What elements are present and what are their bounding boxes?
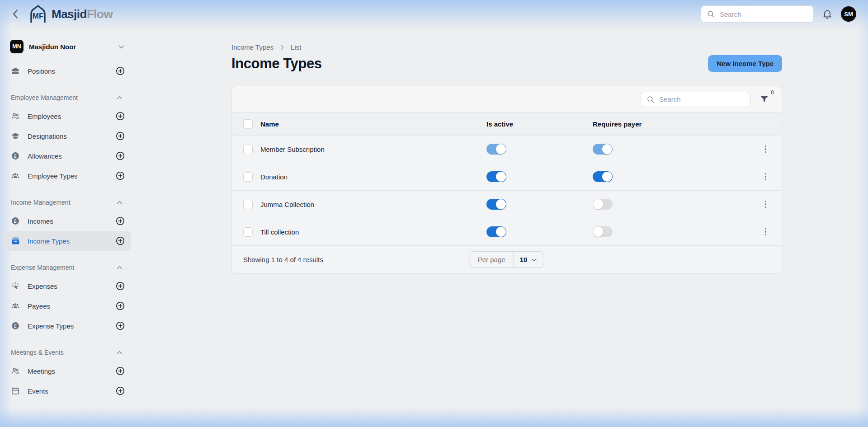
table-toolbar: 0 — [232, 86, 782, 113]
sidebar-item-positions[interactable]: Positions — [5, 61, 131, 81]
page-title: Income Types — [231, 56, 322, 72]
sidebar-item-incomes[interactable]: £ Incomes — [5, 211, 131, 231]
pound-circle-icon: £ — [11, 216, 21, 225]
sidebar-item-events[interactable]: Events — [5, 381, 131, 401]
notifications-bell-icon[interactable] — [822, 9, 833, 19]
plus-circle-icon[interactable] — [115, 366, 125, 376]
sidebar-section-header[interactable]: Meetings & Events — [5, 344, 131, 361]
sidebar-section-header[interactable]: Income Management — [5, 194, 131, 211]
is-active-toggle[interactable] — [486, 199, 506, 210]
global-search-input[interactable] — [720, 10, 808, 18]
table-row: Donation — [232, 163, 782, 190]
sidebar-item-payees[interactable]: Payees — [5, 296, 131, 316]
calendar-icon — [11, 386, 21, 395]
plus-circle-icon[interactable] — [115, 281, 125, 291]
row-checkbox[interactable] — [243, 172, 253, 182]
column-header-name[interactable]: Name — [260, 120, 486, 128]
requires-payer-toggle[interactable] — [593, 144, 613, 155]
app-header: MF MasjidFlow SM — [0, 0, 868, 28]
row-name: Donation — [260, 173, 486, 181]
table-footer: Showing 1 to 4 of 4 results Per page 10 — [232, 245, 782, 273]
sidebar-sections: Employee Management Employees Designatio… — [5, 89, 131, 401]
column-header-is-active[interactable]: Is active — [486, 120, 593, 128]
plus-circle-icon[interactable] — [115, 236, 125, 246]
row-name: Jumma Collection — [260, 201, 486, 208]
table-body: Member Subscription Donation Jumma Colle… — [232, 135, 782, 245]
income-types-table-card: 0 Name Is active Requires payer Member S… — [231, 86, 782, 274]
filter-button[interactable]: 0 — [759, 94, 770, 105]
is-active-toggle[interactable] — [486, 226, 506, 237]
sidebar-section-header[interactable]: Employee Management — [5, 89, 131, 106]
results-summary: Showing 1 to 4 of 4 results — [243, 256, 323, 263]
row-checkbox[interactable] — [243, 200, 253, 209]
sidebar-item-designations[interactable]: Designations — [5, 126, 131, 146]
global-search — [701, 5, 814, 23]
breadcrumb-list: List — [291, 43, 301, 51]
org-name: Masjidun Noor — [29, 43, 113, 51]
plus-circle-icon[interactable] — [115, 386, 125, 396]
org-switcher[interactable]: MN Masjidun Noor — [5, 37, 131, 56]
sidebar-item-employee-types[interactable]: Employee Types — [5, 166, 131, 186]
sidebar-section-header[interactable]: Expense Management — [5, 259, 131, 276]
is-active-toggle[interactable] — [486, 171, 506, 182]
user-avatar[interactable]: SM — [841, 6, 856, 22]
requires-payer-toggle[interactable] — [593, 171, 613, 182]
new-income-type-button[interactable]: New Income Type — [708, 55, 782, 72]
sidebar: MN Masjidun Noor Positions Employee Mana… — [0, 28, 136, 427]
plus-circle-icon[interactable] — [115, 321, 125, 331]
chevron-down-icon — [118, 43, 125, 50]
breadcrumb: Income Types List — [231, 43, 782, 51]
per-page-select[interactable]: Per page 10 — [470, 251, 544, 268]
requires-payer-toggle[interactable] — [593, 199, 613, 210]
chevron-up-icon — [116, 94, 123, 101]
sidebar-item-expense-types[interactable]: £ Expense Types — [5, 316, 131, 336]
plus-circle-icon[interactable] — [115, 131, 125, 141]
users-icon — [11, 366, 21, 375]
row-actions-kebab-icon[interactable] — [762, 198, 769, 211]
main-content: Income Types List Income Types New Incom… — [231, 28, 782, 427]
table-row: Jumma Collection — [232, 190, 782, 218]
row-actions-kebab-icon[interactable] — [762, 225, 769, 239]
sidebar-item-employees[interactable]: Employees — [5, 106, 131, 126]
back-chevron-icon[interactable] — [8, 7, 22, 21]
sidebar-item-income-types[interactable]: Income Types — [5, 231, 131, 251]
svg-text:£: £ — [14, 154, 17, 159]
table-search — [641, 92, 750, 107]
user-group-icon — [11, 171, 21, 180]
sidebar-item-allowances[interactable]: £ Allowances — [5, 146, 131, 166]
app-logo[interactable]: MF MasjidFlow — [28, 4, 113, 24]
plus-circle-icon[interactable] — [115, 171, 125, 181]
org-avatar: MN — [10, 40, 24, 53]
plus-circle-icon[interactable] — [115, 66, 125, 76]
plus-circle-icon[interactable] — [115, 216, 125, 226]
row-name: Member Subscription — [260, 145, 486, 153]
svg-text:MF: MF — [33, 12, 44, 20]
select-all-checkbox[interactable] — [243, 119, 253, 129]
plus-circle-icon[interactable] — [115, 151, 125, 161]
chevron-up-icon — [116, 199, 123, 206]
breadcrumb-income-types[interactable]: Income Types — [231, 43, 274, 51]
row-name: Till collection — [260, 228, 486, 236]
table-row: Till collection — [232, 218, 782, 245]
requires-payer-toggle[interactable] — [593, 226, 613, 237]
row-actions-kebab-icon[interactable] — [762, 143, 769, 156]
is-active-toggle[interactable] — [486, 144, 506, 155]
sidebar-item-expenses[interactable]: Expenses — [5, 276, 131, 296]
row-checkbox[interactable] — [243, 145, 253, 154]
funnel-icon — [760, 94, 769, 104]
row-actions-kebab-icon[interactable] — [762, 170, 769, 183]
plus-circle-icon[interactable] — [115, 111, 125, 121]
per-page-value: 10 — [520, 256, 528, 263]
pound-circle-icon: £ — [11, 321, 21, 330]
chevron-right-icon — [279, 44, 285, 51]
table-search-input[interactable] — [659, 95, 745, 103]
sidebar-item-meetings[interactable]: Meetings — [5, 361, 131, 381]
plus-circle-icon[interactable] — [115, 301, 125, 311]
pound-circle-icon: £ — [11, 151, 21, 160]
search-icon — [707, 10, 715, 19]
row-checkbox[interactable] — [243, 227, 253, 237]
filter-count-badge: 0 — [771, 89, 774, 96]
users-icon — [11, 112, 21, 121]
column-header-requires-payer[interactable]: Requires payer — [593, 120, 728, 128]
table-row: Member Subscription — [232, 135, 782, 163]
